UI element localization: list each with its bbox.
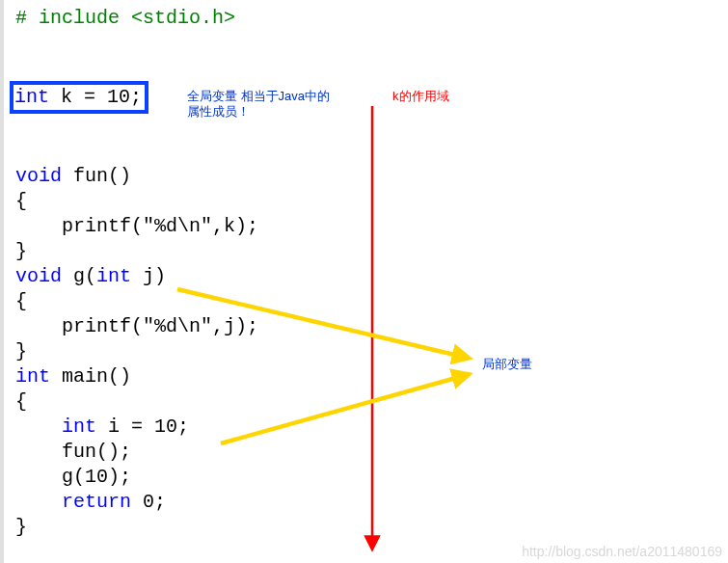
- code-line-g-call: g(10);: [15, 465, 728, 490]
- include-directive: # include <stdio.h>: [15, 7, 235, 29]
- code-line-g-sig: void g(int j): [15, 264, 728, 289]
- code-line-printf-j: printf("%d\n",j);: [15, 314, 728, 339]
- code-brace: }: [15, 239, 728, 264]
- code-line-main-sig: int main(): [15, 364, 728, 389]
- code-brace: {: [15, 389, 728, 415]
- code-line-int-i: int i = 10;: [15, 415, 728, 440]
- code-brace: {: [15, 289, 728, 314]
- code-brace: {: [15, 189, 728, 214]
- code-line-fun-call: fun();: [15, 440, 728, 465]
- annotation-global-var: 全局变量 相当于Java中的 属性成员！: [187, 89, 330, 120]
- code-line-fun-sig: void fun(): [15, 164, 728, 189]
- code-line-return: return 0;: [15, 490, 728, 515]
- global-var-highlight: int k = 10;: [10, 81, 148, 114]
- code-line-include: # include <stdio.h>: [15, 6, 728, 31]
- annotation-local-var: 局部变量: [482, 357, 532, 372]
- code-blank: [15, 114, 728, 139]
- code-blank: [15, 139, 728, 164]
- annotation-scope: k的作用域: [392, 89, 449, 104]
- code-brace: }: [15, 339, 728, 364]
- code-blank: [15, 31, 728, 56]
- watermark: http://blog.csdn.net/a2011480169: [522, 544, 722, 559]
- code-blank: [15, 56, 728, 81]
- code-brace: }: [15, 515, 728, 540]
- code-line-printf-k: printf("%d\n",k);: [15, 214, 728, 239]
